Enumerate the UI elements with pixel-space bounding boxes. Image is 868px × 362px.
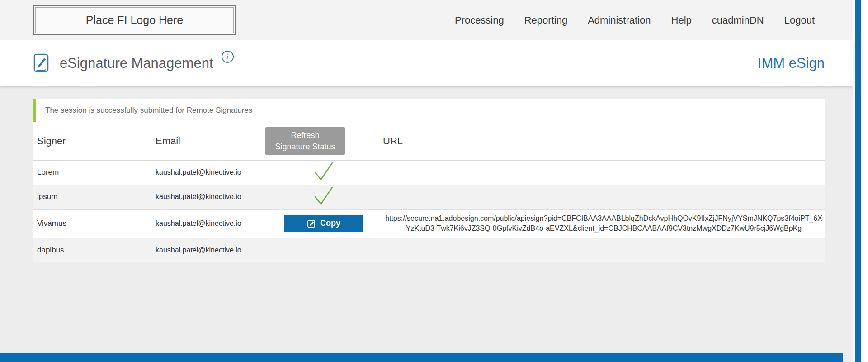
- table-row: Vivamus kaushal.patel@kinective.io: [33, 209, 825, 238]
- nav-item-reporting[interactable]: Reporting: [524, 14, 567, 26]
- nav-item-help[interactable]: Help: [671, 14, 692, 26]
- signed-check-icon: [313, 162, 334, 181]
- table-row: ipsum kaushal.patel@kinective.io: [33, 185, 825, 209]
- refresh-signature-status-button[interactable]: Refresh Signature Status: [265, 127, 345, 155]
- info-icon[interactable]: i: [222, 51, 234, 63]
- refresh-button-line2: Signature Status: [269, 141, 341, 152]
- table-row: dapibus kaushal.patel@kinective.io: [33, 238, 825, 262]
- success-message-text: The session is successfully submitted fo…: [45, 106, 252, 115]
- footer-bar: [0, 353, 843, 362]
- signer-email: kaushal.patel@kinective.io: [152, 160, 265, 185]
- success-message: The session is successfully submitted fo…: [33, 99, 825, 122]
- signer-name: dapibus: [33, 238, 152, 262]
- top-navigation-bar: Place FI Logo Here Processing Reporting …: [0, 0, 853, 40]
- signer-email: kaushal.patel@kinective.io: [152, 209, 265, 238]
- brand-text: IMM eSign: [758, 55, 825, 71]
- nav-item-administration[interactable]: Administration: [588, 14, 651, 26]
- signers-table: Signer Email Refresh Signature Status UR…: [33, 122, 825, 262]
- column-header-email: Email: [152, 122, 265, 160]
- signer-email: kaushal.patel@kinective.io: [152, 185, 265, 209]
- column-header-status: Refresh Signature Status: [265, 122, 382, 160]
- esign-session-panel: The session is successfully submitted fo…: [33, 99, 825, 262]
- column-header-signer: Signer: [33, 122, 152, 160]
- copy-icon: [307, 219, 316, 228]
- status-empty: [265, 238, 382, 262]
- page: Place FI Logo Here Processing Reporting …: [0, 0, 853, 362]
- signer-name: Lorem: [33, 160, 152, 185]
- nav-item-user-cuadmindn[interactable]: cuadminDN: [712, 14, 764, 26]
- nav-item-processing[interactable]: Processing: [455, 14, 504, 26]
- signing-url-empty: [382, 238, 825, 262]
- main-nav: Processing Reporting Administration Help…: [455, 14, 815, 26]
- signing-url: https://secure.na1.adobesign.com/public/…: [383, 210, 825, 238]
- page-header: eSignature Management i IMM eSign: [0, 40, 853, 86]
- table-header-row: Signer Email Refresh Signature Status UR…: [33, 122, 825, 160]
- fi-logo-placeholder: Place FI Logo Here: [33, 5, 236, 35]
- nav-item-logout[interactable]: Logout: [784, 14, 815, 26]
- copy-button-label: Copy: [320, 219, 340, 228]
- signing-url-empty: [382, 160, 825, 185]
- signed-check-icon: [313, 186, 334, 206]
- signer-name: ipsum: [33, 185, 152, 209]
- copy-url-button[interactable]: Copy: [284, 215, 363, 232]
- esignature-document-icon: [33, 53, 52, 74]
- table-row: Lorem kaushal.patel@kinective.io: [33, 160, 825, 185]
- column-header-url: URL: [382, 122, 825, 160]
- signer-name: Vivamus: [33, 209, 152, 238]
- signer-email: kaushal.patel@kinective.io: [152, 238, 265, 262]
- refresh-button-line1: Refresh: [269, 130, 341, 141]
- fi-logo-text: Place FI Logo Here: [86, 14, 183, 27]
- main-content: The session is successfully submitted fo…: [0, 86, 853, 362]
- right-scrollbar[interactable]: [855, 0, 861, 362]
- signing-url-empty: [382, 185, 825, 209]
- page-title: eSignature Management: [60, 55, 213, 71]
